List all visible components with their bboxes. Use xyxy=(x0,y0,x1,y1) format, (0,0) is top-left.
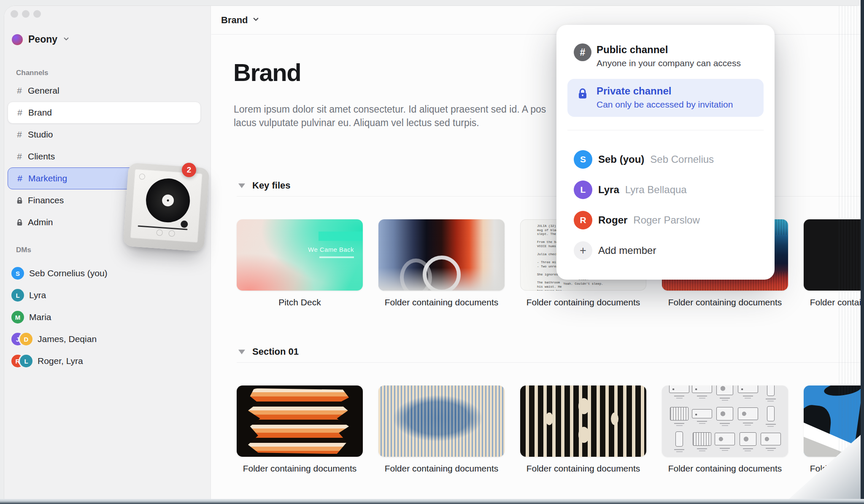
device-icon xyxy=(713,385,736,404)
member-full-name: Lyra Bellaqua xyxy=(625,184,687,196)
device-icon xyxy=(759,429,782,454)
device-icon xyxy=(713,429,736,454)
page-description: Lorem ipsum dolor sit amet consectetur. … xyxy=(234,102,546,129)
member-lyra[interactable]: LLyraLyra Bellaqua xyxy=(567,175,764,205)
avatar-group: L xyxy=(11,289,24,302)
dm-list: SSeb Cornelius (you)LLyraMMariaJDJames, … xyxy=(8,262,201,372)
section-header-section-01[interactable]: Section 01 xyxy=(238,346,864,357)
dms-section-label: DMs xyxy=(16,246,31,254)
device-label xyxy=(699,398,705,399)
device-icon xyxy=(668,404,691,429)
avatar: M xyxy=(11,311,24,323)
device-icon xyxy=(668,385,691,404)
close-button[interactable] xyxy=(11,10,18,18)
dm-item-maria[interactable]: MMaria xyxy=(8,306,201,328)
device-outline xyxy=(738,407,758,420)
avatar: R xyxy=(574,211,592,229)
pitch-art-accent xyxy=(319,232,363,241)
channel-item-brand[interactable]: #Brand xyxy=(8,102,201,124)
disclosure-triangle-icon xyxy=(238,183,245,188)
device-label xyxy=(720,423,730,424)
device-icon xyxy=(737,404,759,429)
file-thumbnail-opart[interactable] xyxy=(520,385,646,457)
channels-section-label: Channels xyxy=(16,69,49,77)
zoom-button[interactable] xyxy=(33,10,41,18)
page-title: Brand xyxy=(233,58,301,86)
add-member-button[interactable]: +Add member xyxy=(567,235,764,266)
dm-label: Roger, Lyra xyxy=(38,356,83,366)
lock-icon xyxy=(14,218,24,226)
file-card: Folder containing documents xyxy=(378,219,505,307)
file-caption: Folder containing documents xyxy=(662,464,788,474)
disclosure-triangle-icon xyxy=(238,350,245,354)
section-divider xyxy=(237,362,864,363)
device-label xyxy=(766,424,776,425)
file-card: We Came BackPitch Deck xyxy=(237,219,363,307)
breadcrumb[interactable]: Brand xyxy=(221,15,259,26)
file-caption: Folder containing documents xyxy=(237,464,363,474)
member-seb-you[interactable]: SSeb (you)Seb Cornelius xyxy=(567,144,764,175)
file-card: Uploaded AgreFolder containing documents xyxy=(804,219,864,307)
hash-icon: # xyxy=(15,108,25,118)
channel-item-studio[interactable]: #Studio xyxy=(8,124,201,146)
pitch-art-title: We Came Back xyxy=(308,246,354,253)
hash-icon: # xyxy=(15,173,25,183)
file-caption: Folder containing documents xyxy=(520,464,646,474)
device-outline xyxy=(767,385,775,396)
dm-label: James, Deqian xyxy=(38,334,97,344)
device-icon xyxy=(759,385,782,404)
plus-icon: + xyxy=(574,241,592,260)
device-label xyxy=(767,426,774,427)
member-full-name: Roger Parslow xyxy=(633,214,699,226)
workspace-switcher[interactable]: Peony xyxy=(12,34,70,45)
device-outline xyxy=(738,385,758,393)
file-caption: Pitch Deck xyxy=(237,297,363,307)
file-thumbnail-moire[interactable] xyxy=(378,385,505,457)
channel-item-clients[interactable]: #Clients xyxy=(8,146,201,167)
device-label xyxy=(676,451,683,452)
device-label xyxy=(722,400,728,401)
dm-item-seb-cornelius-you[interactable]: SSeb Cornelius (you) xyxy=(8,262,201,284)
device-icon xyxy=(737,385,759,404)
member-list: SSeb (you)Seb CorneliusLLyraLyra Bellaqu… xyxy=(567,144,764,266)
hash-icon: # xyxy=(14,86,24,96)
device-icon-grid xyxy=(668,385,782,454)
popover-divider xyxy=(567,130,764,130)
file-thumbnail-icons[interactable] xyxy=(662,385,788,457)
device-label xyxy=(745,425,751,426)
avatar: L xyxy=(11,289,24,302)
member-roger[interactable]: RRogerRoger Parslow xyxy=(567,205,764,235)
dm-item-lyra[interactable]: LLyra xyxy=(8,284,201,306)
device-label xyxy=(767,401,774,402)
device-label xyxy=(674,396,684,396)
channel-item-general[interactable]: #General xyxy=(8,80,201,102)
minimize-button[interactable] xyxy=(22,10,30,18)
device-label xyxy=(767,450,774,451)
option-public-channel[interactable]: #Public channelAnyone in your company ca… xyxy=(567,43,764,69)
file-thumbnail-pitch[interactable]: We Came Back xyxy=(237,219,363,291)
file-card: Folder containing documents xyxy=(237,385,363,474)
chevron-down-icon xyxy=(252,16,259,24)
device-label xyxy=(699,450,705,451)
file-thumbnail-glitch[interactable] xyxy=(237,385,363,457)
script-line: Yeah. Couldn't sleep. xyxy=(520,282,646,286)
card-row: Folder containing documentsFolder contai… xyxy=(237,385,864,474)
dm-item-roger-lyra[interactable]: RLRoger, Lyra xyxy=(8,350,201,372)
channel-visibility-popover: #Public channelAnyone in your company ca… xyxy=(556,25,775,280)
device-outline xyxy=(692,385,712,393)
file-thumbnail-gradient-ring[interactable] xyxy=(378,219,505,291)
glitch-art-blob xyxy=(248,388,349,454)
device-label xyxy=(676,398,683,399)
file-thumbnail-doc[interactable]: Uploaded Agre xyxy=(804,219,864,291)
opart-blob xyxy=(611,412,618,425)
device-label xyxy=(697,448,707,449)
channel-label: Admin xyxy=(28,217,53,227)
avatar: L xyxy=(574,181,592,199)
device-label xyxy=(743,396,753,396)
option-private-channel[interactable]: Private channelCan only be accessed by i… xyxy=(567,79,764,117)
dragged-file-preview[interactable] xyxy=(123,163,209,252)
dm-item-james-deqian[interactable]: JDJames, Deqian xyxy=(8,328,201,350)
backdrop-edge xyxy=(861,0,864,504)
option-text: Public channelAnyone in your company can… xyxy=(597,43,741,69)
opart-blob xyxy=(545,412,553,425)
